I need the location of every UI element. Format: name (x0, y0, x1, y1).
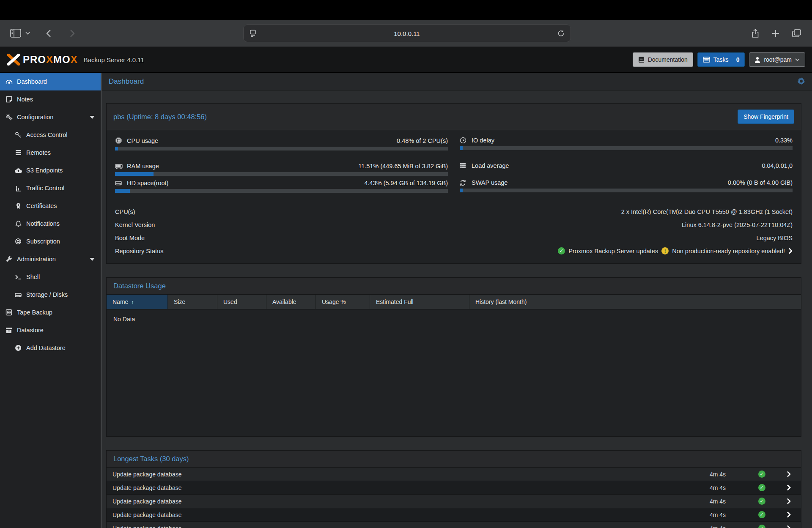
column-header-history[interactable]: History (last Month) (469, 295, 801, 309)
plus-circle-icon (14, 345, 22, 351)
user-icon (754, 57, 760, 63)
column-header-available[interactable]: Available (266, 295, 316, 309)
sidebar-item-add-datastore[interactable]: Add Datastore (0, 339, 101, 357)
hd-space-bar (115, 189, 448, 193)
new-tab-icon[interactable] (772, 30, 779, 37)
sidebar-item-storage-disks[interactable]: Storage / Disks (0, 286, 101, 304)
hd-space-row: HD space(root) 4.43% (5.94 GB of 134.19 … (115, 180, 448, 186)
reload-icon[interactable] (557, 30, 565, 37)
documentation-button[interactable]: Documentation (633, 52, 693, 67)
chevron-right-icon[interactable] (788, 248, 793, 254)
chevron-right-icon[interactable] (776, 471, 801, 477)
check-circle-icon: ✓ (758, 484, 765, 491)
tasks-panel-header: Longest Tasks (30 days) (107, 451, 801, 468)
sidebar-item-tape-backup[interactable]: Tape Backup (0, 304, 101, 321)
datastore-panel-title: Datastore Usage (113, 282, 166, 290)
sidebar-toggle-icon[interactable] (10, 29, 21, 38)
pbs-status-panel: pbs (Uptime: 8 days 00:48:56) Show Finge… (106, 103, 801, 264)
repository-status-value: ✓ Proxmox Backup Server updates ! Non pr… (558, 247, 793, 254)
browser-right-controls (752, 29, 801, 38)
sidebar-item-traffic-control[interactable]: Traffic Control (0, 179, 101, 197)
tasks-button[interactable]: Tasks 0 (697, 52, 745, 67)
gears-icon (5, 114, 13, 120)
task-row[interactable]: Update package database 4m 4s ✓ (107, 481, 801, 495)
io-delay-bar (460, 146, 793, 150)
sidebar-item-shell[interactable]: Shell (0, 268, 101, 286)
task-row[interactable]: Update package database 4m 4s ✓ (107, 495, 801, 508)
swap-arrows-icon (460, 180, 468, 186)
sidebar-item-access-control[interactable]: Access Control (0, 126, 101, 144)
chevron-right-icon[interactable] (776, 525, 801, 528)
url-text[interactable]: 10.0.0.11 (256, 30, 557, 37)
chevron-right-icon[interactable] (776, 498, 801, 504)
wrench-icon (5, 256, 13, 263)
sidebar-nav: Dashboard Notes Configuration Access Con… (0, 73, 101, 528)
sidebar-item-subscription[interactable]: Subscription (0, 233, 101, 250)
pbs-panel-body: CPU usage 0.48% of 2 CPU(s) RAM usage 11… (107, 130, 801, 263)
boot-mode-info-row: Boot Mode Legacy BIOS (115, 231, 793, 244)
caret-down-icon (90, 258, 95, 261)
sidebar-item-s3-endpoints[interactable]: S3 Endpoints (0, 161, 101, 179)
browser-forward-icon[interactable] (70, 29, 75, 38)
proxmox-logo-mark-icon (7, 54, 20, 66)
certificate-icon (14, 202, 22, 209)
dashboard-settings-gear-icon[interactable] (797, 77, 805, 85)
app-body: Dashboard Notes Configuration Access Con… (0, 73, 812, 528)
caret-down-icon (90, 116, 95, 119)
column-header-size[interactable]: Size (168, 295, 217, 309)
chevron-right-icon[interactable] (776, 484, 801, 491)
bar-chart-icon (14, 185, 22, 192)
swap-usage-row: SWAP usage 0.00% (0 B of 4.00 GiB) (460, 179, 793, 186)
task-row[interactable]: Update package database 4m 4s ✓ (107, 468, 801, 481)
pbs-panel-title: pbs (Uptime: 8 days 00:48:56) (113, 113, 207, 121)
chevron-right-icon[interactable] (776, 512, 801, 518)
sidebar-item-notifications[interactable]: Notifications (0, 215, 101, 233)
longest-tasks-panel: Longest Tasks (30 days) Update package d… (106, 450, 801, 528)
show-fingerprint-button[interactable]: Show Fingerprint (738, 109, 794, 124)
tabs-overview-icon[interactable] (792, 29, 801, 37)
column-header-usage-pct[interactable]: Usage % (316, 295, 370, 309)
swap-usage-bar (460, 189, 793, 192)
user-menu-button[interactable]: root@pam (749, 52, 805, 67)
column-header-used[interactable]: Used (217, 295, 266, 309)
sidebar-item-notes[interactable]: Notes (0, 90, 101, 108)
product-version: Backup Server 4.0.11 (84, 56, 144, 63)
system-info-rows: CPU(s) 2 x Intel(R) Core(TM)2 Duo CPU T5… (115, 205, 793, 257)
life-ring-icon (14, 238, 22, 245)
page-format-icon[interactable] (250, 30, 256, 37)
hdd-icon (115, 180, 123, 186)
sidebar-item-dashboard[interactable]: Dashboard (0, 73, 101, 90)
column-header-name[interactable]: Name ↑ (107, 295, 168, 309)
sidebar-item-datastore[interactable]: Datastore (0, 321, 101, 339)
pbs-panel-header: pbs (Uptime: 8 days 00:48:56) Show Finge… (107, 104, 801, 130)
macos-menubar (0, 0, 812, 20)
task-row[interactable]: Update package database 4m 4s ✓ (107, 508, 801, 522)
sidebar-item-certificates[interactable]: Certificates (0, 197, 101, 215)
sidebar-item-administration[interactable]: Administration (0, 250, 101, 268)
ram-icon (115, 164, 123, 169)
chevron-down-icon (795, 58, 800, 61)
browser-back-icon[interactable] (46, 29, 51, 38)
ram-usage-row: RAM usage 11.51% (449.65 MiB of 3.82 GiB… (115, 163, 448, 170)
main-area: Dashboard pbs (Uptime: 8 days 00:48:56) … (102, 73, 812, 528)
column-header-estimated-full[interactable]: Estimated Full (370, 295, 469, 309)
share-icon[interactable] (752, 29, 759, 38)
sidebar-chevron-down-icon[interactable] (25, 32, 30, 35)
clock-icon (460, 137, 468, 144)
check-circle-icon: ✓ (558, 247, 565, 254)
cpus-info-row: CPU(s) 2 x Intel(R) Core(TM)2 Duo CPU T5… (115, 205, 793, 218)
stats-left-column: CPU usage 0.48% of 2 CPU(s) RAM usage 11… (115, 137, 448, 197)
datastore-panel-header: Datastore Usage (107, 278, 801, 295)
sidebar-item-configuration[interactable]: Configuration (0, 108, 101, 126)
task-row[interactable]: Update package database 4m 4s ✓ (107, 522, 801, 528)
datastore-empty-state: No Data (107, 309, 801, 436)
address-bar[interactable]: 10.0.0.11 (243, 25, 571, 42)
tasks-list: Update package database 4m 4s ✓ Update p… (107, 468, 801, 528)
cpu-usage-bar (115, 147, 448, 150)
sidebar-item-remotes[interactable]: Remotes (0, 144, 101, 161)
check-circle-icon: ✓ (758, 511, 765, 518)
key-icon (14, 131, 22, 138)
browser-left-controls (10, 29, 75, 38)
note-icon (5, 96, 13, 103)
warning-circle-icon: ! (661, 247, 669, 254)
